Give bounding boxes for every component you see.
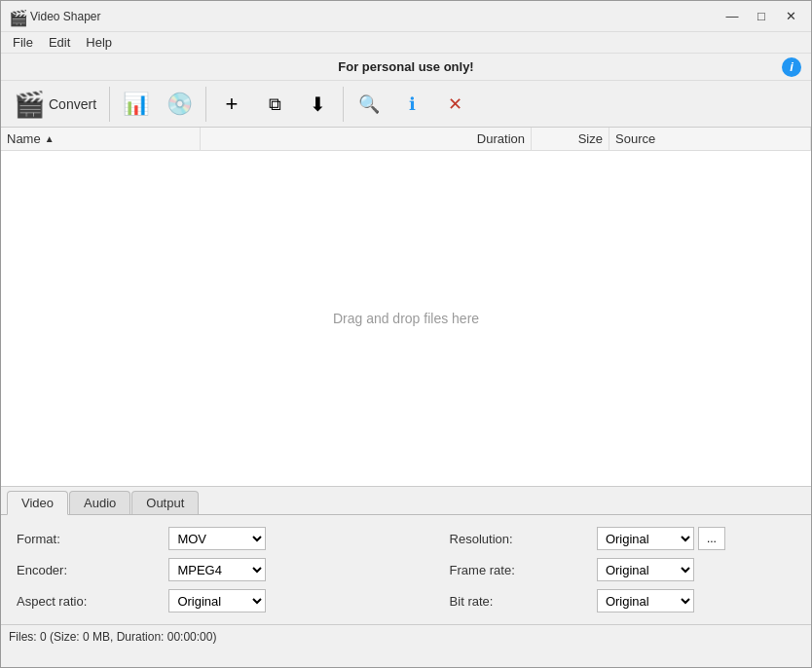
aspect-select[interactable]: Original 4:3 16:9 1:1 — [168, 589, 266, 612]
drop-zone[interactable]: Drag and drop files here — [1, 151, 811, 486]
framerate-select[interactable]: Original 24 25 30 60 — [597, 558, 694, 581]
toolbar-separator-1 — [109, 87, 110, 122]
info-icon: ℹ — [409, 95, 416, 113]
resolution-label: Resolution: — [450, 532, 585, 546]
tabs-section: Video Audio Output Format: MOV MP4 AVI M… — [1, 487, 811, 624]
save-icon: ⬇ — [310, 94, 326, 114]
minimize-button[interactable]: — — [720, 7, 745, 26]
content-area: Name ▲ Duration Size Source Drag and dro… — [1, 128, 811, 624]
col-header-name: Name ▲ — [1, 128, 201, 150]
copy-button[interactable]: ⧉ — [255, 84, 294, 125]
toolbar: 🎬 Convert 📊 💿 + ⧉ ⬇ 🔍 ℹ ✕ — [1, 81, 811, 128]
aspect-label: Aspect ratio: — [17, 594, 157, 609]
framerate-label: Frame rate: — [450, 563, 585, 577]
disc-button[interactable]: 💿 — [160, 84, 200, 125]
maximize-button[interactable]: □ — [749, 7, 774, 26]
tab-bar: Video Audio Output — [1, 487, 811, 515]
menu-bar: File Edit Help — [1, 32, 811, 54]
add-button[interactable]: + — [212, 84, 251, 125]
resolution-select[interactable]: Original 1920x1080 1280x720 — [597, 527, 694, 550]
banner-text: For personal use only! — [338, 59, 473, 74]
bitrate-label: Bit rate: — [450, 594, 585, 609]
tab-video[interactable]: Video — [7, 491, 68, 515]
tab-output[interactable]: Output — [131, 491, 199, 514]
video-settings-grid: Format: MOV MP4 AVI MKV Resolution: Orig… — [17, 527, 795, 612]
toolbar-separator-2 — [205, 87, 206, 122]
copy-icon: ⧉ — [269, 95, 281, 113]
status-text: Files: 0 (Size: 0 MB, Duration: 00:00:00… — [9, 630, 216, 644]
banner: For personal use only! i — [1, 54, 811, 81]
resolution-dots-button[interactable]: ... — [698, 527, 725, 550]
remove-icon: ✕ — [448, 95, 462, 113]
encoder-select[interactable]: MPEG4 H.264 H.265 — [168, 558, 266, 581]
stats-button[interactable]: 📊 — [116, 84, 156, 125]
drop-hint: Drag and drop files here — [333, 311, 479, 326]
col-header-source: Source — [609, 128, 811, 150]
stats-icon: 📊 — [123, 93, 149, 115]
menu-edit[interactable]: Edit — [41, 33, 78, 52]
encoder-label: Encoder: — [17, 563, 157, 577]
app-icon: 🎬 — [9, 9, 24, 24]
disc-icon: 💿 — [166, 93, 193, 115]
convert-label: Convert — [49, 96, 96, 112]
remove-button[interactable]: ✕ — [435, 84, 474, 125]
tab-content: Format: MOV MP4 AVI MKV Resolution: Orig… — [1, 515, 811, 624]
tab-audio[interactable]: Audio — [69, 491, 130, 514]
save-button[interactable]: ⬇ — [298, 84, 337, 125]
toolbar-separator-3 — [343, 87, 344, 122]
convert-icon: 🎬 — [14, 92, 45, 117]
search-button[interactable]: 🔍 — [350, 84, 388, 125]
close-button[interactable]: ✕ — [778, 7, 803, 26]
title-bar: 🎬 Video Shaper — □ ✕ — [1, 1, 811, 32]
status-bar: Files: 0 (Size: 0 MB, Duration: 00:00:00… — [1, 624, 811, 648]
col-header-duration: Duration — [201, 128, 532, 150]
search-icon: 🔍 — [358, 95, 380, 113]
file-list-container: Name ▲ Duration Size Source Drag and dro… — [1, 128, 811, 487]
info-banner-icon[interactable]: i — [782, 57, 801, 77]
add-icon: + — [226, 93, 239, 115]
file-list-header: Name ▲ Duration Size Source — [1, 128, 811, 151]
format-select[interactable]: MOV MP4 AVI MKV — [168, 527, 266, 550]
menu-file[interactable]: File — [5, 33, 41, 52]
bitrate-select[interactable]: Original 500k 1000k 2000k — [597, 589, 694, 612]
format-label: Format: — [17, 532, 157, 546]
menu-help[interactable]: Help — [78, 33, 120, 52]
convert-button[interactable]: 🎬 Convert — [7, 84, 103, 125]
col-header-size: Size — [532, 128, 609, 150]
info-button[interactable]: ℹ — [392, 84, 431, 125]
app-title: Video Shaper — [30, 10, 720, 23]
window-controls: — □ ✕ — [720, 7, 803, 26]
